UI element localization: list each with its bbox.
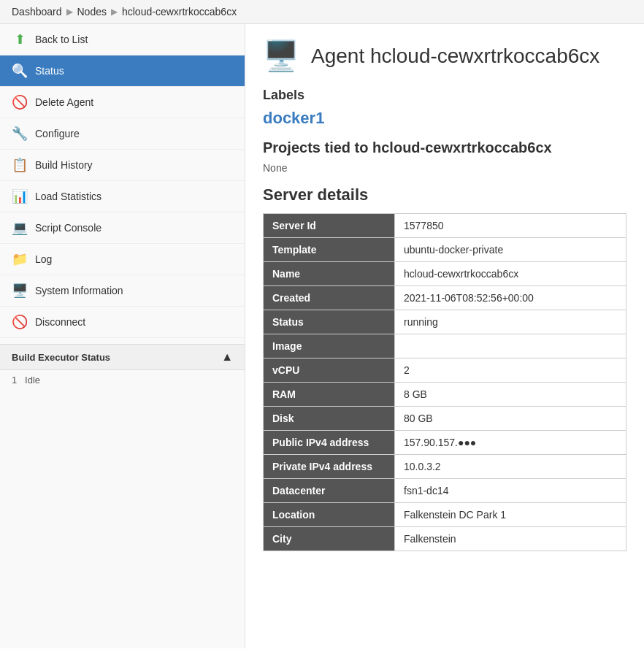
configure-label: Configure xyxy=(35,128,80,139)
executor-status: Idle xyxy=(25,375,40,386)
table-cell-key: Server Id xyxy=(264,214,395,238)
build-executor-label: Build Executor Status xyxy=(12,352,110,363)
breadcrumb-sep-2: ▶ xyxy=(111,7,118,17)
table-cell-key: Location xyxy=(264,503,395,527)
table-cell-value: 2021-11-06T08:52:56+00:00 xyxy=(395,286,626,310)
table-row: Private IPv4 address10.0.3.2 xyxy=(264,455,626,479)
table-cell-value: ubuntu-docker-private xyxy=(395,238,626,262)
script-console-icon: 💻 xyxy=(12,220,28,236)
build-history-icon: 📋 xyxy=(12,157,28,173)
system-info-icon: 🖥️ xyxy=(12,283,28,299)
projects-heading: Projects tied to hcloud-cewxrtrkoccab6cx xyxy=(263,139,626,156)
back-icon: ⬆ xyxy=(12,31,28,47)
table-cell-key: Name xyxy=(264,262,395,286)
table-row: CityFalkenstein xyxy=(264,527,626,551)
sidebar-item-delete-agent[interactable]: 🚫 Delete Agent xyxy=(0,87,245,118)
table-row: Templateubuntu-docker-private xyxy=(264,238,626,262)
agent-header: 🖥️ Agent hcloud-cewxrtrkoccab6cx xyxy=(263,39,626,73)
main-content: 🖥️ Agent hcloud-cewxrtrkoccab6cx Labels … xyxy=(245,24,644,648)
log-label: Log xyxy=(35,253,52,265)
table-cell-key: Private IPv4 address xyxy=(264,455,395,479)
table-row: Image xyxy=(264,334,626,358)
sidebar-item-build-history[interactable]: 📋 Build History xyxy=(0,150,245,181)
table-cell-key: Datacenter xyxy=(264,479,395,503)
table-cell-key: Status xyxy=(264,310,395,334)
table-cell-value: Falkenstein DC Park 1 xyxy=(395,503,626,527)
breadcrumb-sep-1: ▶ xyxy=(66,7,73,17)
table-cell-value: 157.90.157.●●● xyxy=(395,431,626,455)
table-cell-value: hcloud-cewxrtrkoccab6cx xyxy=(395,262,626,286)
table-cell-key: Disk xyxy=(264,407,395,431)
projects-section: Projects tied to hcloud-cewxrtrkoccab6cx… xyxy=(263,139,626,174)
status-label: Status xyxy=(35,65,64,77)
sidebar-item-script-console[interactable]: 💻 Script Console xyxy=(0,212,245,244)
system-info-label: System Information xyxy=(35,285,123,296)
table-cell-value: 80 GB xyxy=(395,407,626,431)
table-row: Disk80 GB xyxy=(264,407,626,431)
breadcrumb-dashboard[interactable]: Dashboard xyxy=(12,6,62,18)
executor-number: 1 xyxy=(12,375,17,386)
table-cell-value: 1577850 xyxy=(395,214,626,238)
table-row: Statusrunning xyxy=(264,310,626,334)
table-row: LocationFalkenstein DC Park 1 xyxy=(264,503,626,527)
sidebar-item-system-information[interactable]: 🖥️ System Information xyxy=(0,275,245,307)
table-cell-key: RAM xyxy=(264,383,395,407)
sidebar: ⬆ Back to List 🔍 Status 🚫 Delete Agent 🔧… xyxy=(0,24,245,648)
table-cell-key: Image xyxy=(264,334,395,358)
table-cell-key: Public IPv4 address xyxy=(264,431,395,455)
table-cell-value: 2 xyxy=(395,358,626,383)
docker1-label-link[interactable]: docker1 xyxy=(263,109,324,127)
sidebar-item-disconnect[interactable]: 🚫 Disconnect xyxy=(0,307,245,338)
table-row: vCPU2 xyxy=(264,358,626,383)
log-icon: 📁 xyxy=(12,251,28,267)
table-cell-key: Created xyxy=(264,286,395,310)
table-row: Server Id1577850 xyxy=(264,214,626,238)
collapse-icon[interactable]: ▲ xyxy=(221,350,233,364)
status-icon: 🔍 xyxy=(12,63,28,79)
table-cell-key: Template xyxy=(264,238,395,262)
back-label: Back to List xyxy=(35,34,88,45)
sidebar-item-log[interactable]: 📁 Log xyxy=(0,244,245,275)
table-cell-key: City xyxy=(264,527,395,551)
projects-none: None xyxy=(263,162,626,174)
disconnect-label: Disconnect xyxy=(35,316,85,328)
delete-label: Delete Agent xyxy=(35,96,93,108)
load-stats-icon: 📊 xyxy=(12,188,28,204)
executor-item-1: 1 Idle xyxy=(0,370,245,390)
sidebar-item-status[interactable]: 🔍 Status xyxy=(0,55,245,87)
labels-heading: Labels xyxy=(263,88,626,103)
agent-computer-icon: 🖥️ xyxy=(263,39,299,73)
breadcrumb-nodes[interactable]: Nodes xyxy=(77,6,107,18)
table-row: Public IPv4 address157.90.157.●●● xyxy=(264,431,626,455)
table-row: Created2021-11-06T08:52:56+00:00 xyxy=(264,286,626,310)
table-row: Datacenterfsn1-dc14 xyxy=(264,479,626,503)
script-console-label: Script Console xyxy=(35,222,101,234)
sidebar-item-configure[interactable]: 🔧 Configure xyxy=(0,118,245,150)
build-executor-section[interactable]: Build Executor Status ▲ xyxy=(0,344,245,370)
table-cell-value: Falkenstein xyxy=(395,527,626,551)
delete-icon: 🚫 xyxy=(12,94,28,110)
load-stats-label: Load Statistics xyxy=(35,191,101,202)
table-cell-value: running xyxy=(395,310,626,334)
table-cell-value: fsn1-dc14 xyxy=(395,479,626,503)
configure-icon: 🔧 xyxy=(12,126,28,142)
table-cell-value xyxy=(395,334,626,358)
table-row: RAM8 GB xyxy=(264,383,626,407)
agent-title: Agent hcloud-cewxrtrkoccab6cx xyxy=(311,45,599,68)
sidebar-item-load-statistics[interactable]: 📊 Load Statistics xyxy=(0,181,245,212)
sidebar-back-to-list[interactable]: ⬆ Back to List xyxy=(0,24,245,55)
table-cell-key: vCPU xyxy=(264,358,395,383)
breadcrumb-current: hcloud-cewxrtrkoccab6cx xyxy=(122,6,237,18)
table-row: Namehcloud-cewxrtrkoccab6cx xyxy=(264,262,626,286)
table-cell-value: 8 GB xyxy=(395,383,626,407)
table-cell-value: 10.0.3.2 xyxy=(395,455,626,479)
breadcrumb: Dashboard ▶ Nodes ▶ hcloud-cewxrtrkoccab… xyxy=(0,0,644,24)
server-details-heading: Server details xyxy=(263,185,626,204)
build-history-label: Build History xyxy=(35,159,93,171)
disconnect-icon: 🚫 xyxy=(12,314,28,330)
server-details-table: Server Id1577850Templateubuntu-docker-pr… xyxy=(263,213,626,551)
